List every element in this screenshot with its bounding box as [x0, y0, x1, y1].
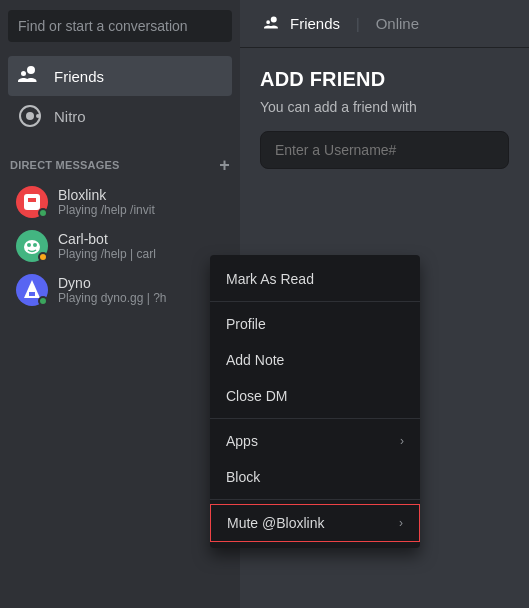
block-label: Block [226, 469, 260, 485]
carlbot-sub: Playing /help | carl [58, 247, 156, 261]
carlbot-name: Carl-bot [58, 231, 156, 247]
context-item-mute[interactable]: Mute @Bloxlink › [210, 504, 420, 542]
dm-header-label: Direct Messages [10, 159, 120, 171]
tab-divider: | [356, 16, 360, 32]
nitro-icon [18, 104, 42, 128]
context-item-apps[interactable]: Apps › [210, 423, 420, 459]
dyno-sub: Playing dyno.gg | ?h [58, 291, 167, 305]
close-dm-label: Close DM [226, 388, 287, 404]
friends-icon [18, 64, 42, 88]
tab-friends[interactable]: Friends [252, 9, 352, 39]
search-placeholder: Find or start a conversation [18, 18, 188, 34]
add-note-label: Add Note [226, 352, 284, 368]
dyno-status [38, 296, 48, 306]
add-friend-section: ADD FRIEND You can add a friend with [240, 48, 529, 185]
context-item-close-dm[interactable]: Close DM [210, 378, 420, 414]
sidebar-item-friends[interactable]: Friends [8, 56, 232, 96]
dm-item-carlbot[interactable]: Carl-bot Playing /help | carl [8, 224, 232, 268]
apps-chevron-icon: › [400, 434, 404, 448]
context-item-mark-as-read[interactable]: Mark As Read [210, 261, 420, 297]
add-friend-desc: You can add a friend with [260, 99, 509, 115]
dm-add-button[interactable]: + [219, 156, 230, 174]
tab-online-label: Online [376, 15, 419, 32]
sidebar-item-friends-label: Friends [54, 68, 104, 85]
carlbot-avatar-wrap [16, 230, 48, 262]
svg-point-2 [36, 114, 40, 118]
svg-rect-4 [28, 198, 32, 202]
bloxlink-avatar-wrap [16, 186, 48, 218]
sidebar-item-nitro-label: Nitro [54, 108, 86, 125]
tab-bar: Friends | Online [240, 0, 529, 48]
search-bar[interactable]: Find or start a conversation [8, 10, 232, 42]
context-menu: Mark As Read Profile Add Note Close DM A… [210, 255, 420, 548]
tab-online[interactable]: Online [364, 9, 431, 38]
context-item-add-note[interactable]: Add Note [210, 342, 420, 378]
context-item-block[interactable]: Block [210, 459, 420, 495]
sidebar: Find or start a conversation Friends Nit… [0, 0, 240, 608]
nav-items: Friends Nitro [0, 52, 240, 140]
carlbot-info: Carl-bot Playing /help | carl [58, 231, 156, 261]
context-divider-3 [210, 499, 420, 500]
svg-point-8 [33, 243, 37, 247]
bloxlink-sub: Playing /help /invit [58, 203, 155, 217]
svg-point-7 [27, 243, 31, 247]
mark-as-read-label: Mark As Read [226, 271, 314, 287]
dyno-avatar-wrap [16, 274, 48, 306]
sidebar-item-nitro[interactable]: Nitro [8, 96, 232, 136]
context-divider-2 [210, 418, 420, 419]
context-divider-1 [210, 301, 420, 302]
dm-item-bloxlink[interactable]: Bloxlink Playing /help /invit [8, 180, 232, 224]
mute-chevron-icon: › [399, 516, 403, 530]
svg-point-1 [26, 112, 34, 120]
bloxlink-info: Bloxlink Playing /help /invit [58, 187, 155, 217]
add-friend-title: ADD FRIEND [260, 68, 509, 91]
svg-rect-10 [29, 292, 35, 296]
bloxlink-name: Bloxlink [58, 187, 155, 203]
bloxlink-status [38, 208, 48, 218]
apps-label: Apps [226, 433, 258, 449]
carlbot-status [38, 252, 48, 262]
mute-label: Mute @Bloxlink [227, 515, 324, 531]
dm-list: Bloxlink Playing /help /invit Carl-bot [0, 178, 240, 314]
profile-label: Profile [226, 316, 266, 332]
svg-rect-5 [32, 198, 36, 202]
tab-friends-label: Friends [290, 15, 340, 32]
username-input[interactable] [260, 131, 509, 169]
tab-friends-icon [264, 15, 282, 33]
dyno-info: Dyno Playing dyno.gg | ?h [58, 275, 167, 305]
dm-section-header: Direct Messages + [0, 140, 240, 178]
dyno-name: Dyno [58, 275, 167, 291]
context-item-profile[interactable]: Profile [210, 306, 420, 342]
dm-item-dyno[interactable]: Dyno Playing dyno.gg | ?h [8, 268, 232, 312]
